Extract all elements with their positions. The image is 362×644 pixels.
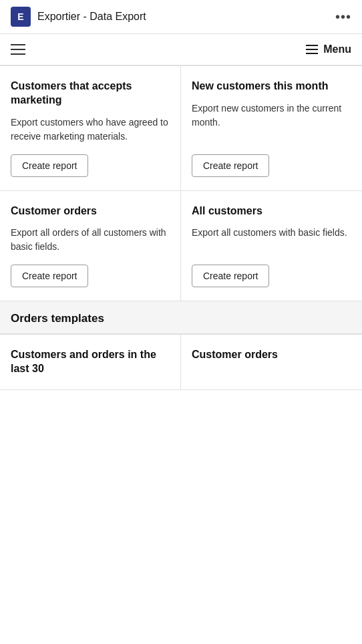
bottom-card-customer-orders-2-title: Customer orders [192, 348, 351, 362]
card-all-customers: All customers Export all customers with … [181, 191, 362, 302]
header-left: E Exportier - Data Export [11, 7, 146, 27]
cards-grid: Customers that accepts marketing Export … [0, 65, 362, 301]
card-all-customers-title: All customers [192, 204, 351, 218]
card-customer-orders-title: Customer orders [11, 204, 170, 218]
app-header: E Exportier - Data Export ••• [0, 0, 362, 34]
bottom-card-customer-orders-2: Customer orders [181, 335, 362, 390]
menu-button[interactable]: Menu [306, 43, 351, 55]
hamburger-menu-icon[interactable] [11, 44, 25, 55]
bottom-cards-grid: Customers and orders in the last 30 Cust… [0, 334, 362, 390]
orders-section-header: Orders templates [0, 301, 362, 334]
card-new-customers: New customers this month Export new cust… [181, 66, 362, 191]
card-new-customers-title: New customers this month [192, 79, 351, 94]
card-customer-orders-description: Export all orders of all customers with … [11, 226, 170, 254]
more-options-button[interactable]: ••• [335, 9, 351, 25]
navbar: Menu [0, 34, 362, 65]
card-customer-orders: Customer orders Export all orders of all… [0, 191, 181, 302]
menu-lines-icon [306, 45, 318, 54]
card-marketing-description: Export customers who have agreed to rece… [11, 116, 170, 144]
bottom-card-customers-orders: Customers and orders in the last 30 [0, 335, 181, 390]
card-marketing: Customers that accepts marketing Export … [0, 66, 181, 191]
bottom-card-customers-orders-title: Customers and orders in the last 30 [11, 348, 170, 376]
orders-section-title: Orders templates [11, 312, 351, 325]
card-marketing-title: Customers that accepts marketing [11, 79, 170, 108]
card-all-customers-description: Export all customers with basic fields. [192, 226, 351, 254]
app-icon: E [11, 7, 31, 27]
card-all-customers-create-button[interactable]: Create report [192, 265, 269, 287]
card-new-customers-description: Export new customers in the current mont… [192, 102, 351, 144]
card-customer-orders-create-button[interactable]: Create report [11, 265, 88, 287]
app-title: Exportier - Data Export [37, 11, 146, 23]
card-marketing-create-button[interactable]: Create report [11, 154, 88, 177]
card-new-customers-create-button[interactable]: Create report [192, 154, 269, 177]
